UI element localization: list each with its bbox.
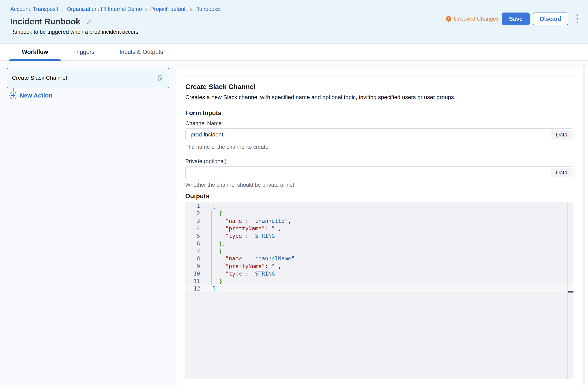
top-divider [185, 76, 573, 77]
code-text: ] [212, 285, 216, 292]
code-line: 4 "prettyName": "", [185, 225, 573, 232]
outputs-heading: Outputs [185, 192, 573, 200]
code-text: { [212, 248, 222, 254]
code-text: [ [212, 203, 215, 209]
page-subtitle: Runbook to be triggered when a prod inci… [10, 29, 588, 35]
line-number: 1 [185, 203, 200, 209]
channel-name-label: Channel Name [185, 120, 573, 127]
line-number: 12 [185, 286, 200, 292]
private-label: Private (optional) [185, 158, 573, 165]
workflow-steps-panel: Create Slack Channel New Action [0, 61, 177, 388]
indent-guide-line [211, 210, 212, 285]
breadcrumb-project[interactable]: Project: default [150, 6, 187, 12]
alert-icon: ! [446, 16, 452, 22]
code-text: "type": "STRING" [212, 270, 278, 277]
code-line: 11 } [185, 277, 573, 285]
line-number: 3 [185, 218, 200, 224]
breadcrumb-organization[interactable]: Organization: IR Internal Demo [67, 6, 142, 12]
line-number: 5 [185, 233, 200, 239]
action-title: Create Slack Channel [185, 83, 573, 91]
active-tab-underline [9, 59, 61, 61]
private-help: Whether the channel should be private or… [185, 182, 573, 188]
action-detail-panel: Create Slack Channel Creates a new Slack… [177, 68, 588, 388]
editor-scrollbar-track[interactable] [567, 202, 568, 379]
code-line: 2 { [185, 210, 573, 217]
line-number: 9 [185, 263, 200, 269]
code-line: 10 "type": "STRING" [185, 270, 573, 277]
code-text: "prettyName": "", [212, 263, 281, 269]
chevron-right-icon: › [145, 6, 147, 12]
editor-cursor-marker [568, 291, 573, 292]
edit-title-pencil-icon[interactable] [86, 18, 93, 25]
header-actions: ! Unsaved Changes Save Discard [446, 13, 579, 25]
line-number: 7 [185, 248, 200, 254]
code-text: "type": "STRING" [212, 233, 278, 239]
private-field-wrap: Data [185, 166, 573, 179]
more-options-kebab-icon[interactable] [576, 14, 579, 24]
line-number: 11 [185, 278, 200, 284]
chevron-right-icon: › [190, 6, 192, 12]
new-action-label: New Action [20, 92, 52, 99]
code-line: 3 "name": "channelId", [185, 217, 573, 225]
channel-name-input[interactable] [185, 128, 573, 141]
code-line: 8 "name": "channelName", [185, 255, 573, 262]
code-line: 6 }, [185, 240, 573, 247]
content-area: Create Slack Channel New Action [0, 61, 588, 388]
save-button[interactable]: Save [502, 13, 530, 25]
form-inputs-heading: Form Inputs [185, 109, 573, 117]
new-action-button[interactable]: New Action [9, 92, 52, 99]
outputs-code-editor[interactable]: 1[2 {3 "name": "channelId",4 "prettyName… [185, 202, 573, 379]
line-number: 4 [185, 225, 200, 232]
code-text: { [212, 210, 222, 217]
tab-triggers[interactable]: Triggers [61, 44, 107, 60]
channel-name-help: The name of the channel to create [185, 144, 573, 150]
text-cursor [216, 286, 216, 292]
code-line: 9 "prettyName": "", [185, 262, 573, 270]
code-text: "prettyName": "", [212, 225, 281, 232]
code-text: } [212, 278, 222, 284]
code-line: 12] [185, 285, 573, 292]
code-line: 1[ [185, 202, 573, 210]
code-line: 7 { [185, 247, 573, 255]
unsaved-changes-label: Unsaved Changes [454, 16, 499, 22]
plus-icon [9, 92, 17, 99]
code-line: 5 "type": "STRING" [185, 232, 573, 240]
code-text: }, [212, 241, 225, 247]
channel-name-field-wrap: Data [185, 128, 573, 141]
discard-button[interactable]: Discard [533, 13, 568, 25]
app-window: Account: Transposit › Organization: IR I… [0, 0, 588, 388]
action-description: Creates a new Slack channel with specifi… [185, 94, 573, 101]
line-number: 2 [185, 210, 200, 217]
page-scrollbar[interactable] [583, 63, 585, 386]
page-header: Account: Transposit › Organization: IR I… [0, 0, 588, 44]
private-data-button[interactable]: Data [551, 168, 572, 177]
chevron-right-icon: › [61, 6, 63, 12]
unsaved-changes-status: ! Unsaved Changes [446, 16, 499, 22]
workflow-action-card[interactable]: Create Slack Channel [7, 68, 169, 88]
channel-name-data-button[interactable]: Data [551, 130, 572, 140]
delete-action-button[interactable] [155, 73, 164, 83]
workflow-connector-line [13, 88, 14, 92]
breadcrumb: Account: Transposit › Organization: IR I… [10, 6, 588, 12]
tab-workflow[interactable]: Workflow [9, 44, 61, 60]
private-input[interactable] [185, 166, 573, 179]
tab-bar: Workflow Triggers Inputs & Outputs [0, 44, 588, 61]
page-title: Incident Runbook [10, 17, 80, 27]
action-card-label: Create Slack Channel [12, 75, 155, 81]
code-text: "name": "channelId", [212, 218, 291, 224]
line-number: 8 [185, 255, 200, 262]
breadcrumb-account[interactable]: Account: Transposit [10, 6, 58, 12]
line-number: 6 [185, 241, 200, 247]
code-text: "name": "channelName", [212, 255, 298, 262]
tab-inputs-outputs[interactable]: Inputs & Outputs [107, 44, 176, 60]
code-lines: 1[2 {3 "name": "channelId",4 "prettyName… [185, 202, 573, 293]
line-number: 10 [185, 270, 200, 277]
breadcrumb-runbooks[interactable]: Runbooks [195, 6, 220, 12]
